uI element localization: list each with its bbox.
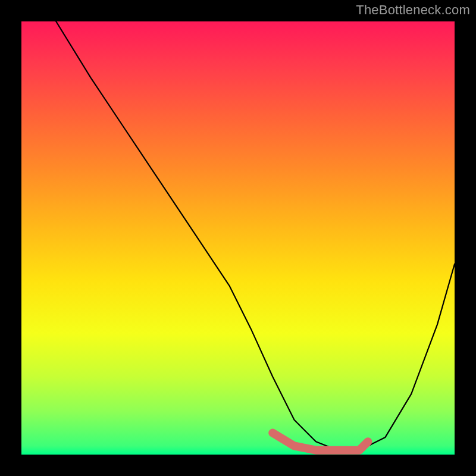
watermark-text: TheBottleneck.com [356,2,470,18]
bottleneck-curve-path [21,21,455,450]
chart-plot-area [21,21,455,455]
chart-frame: TheBottleneck.com [0,0,476,476]
highlight-segment-path [273,433,368,450]
chart-svg [21,21,455,455]
